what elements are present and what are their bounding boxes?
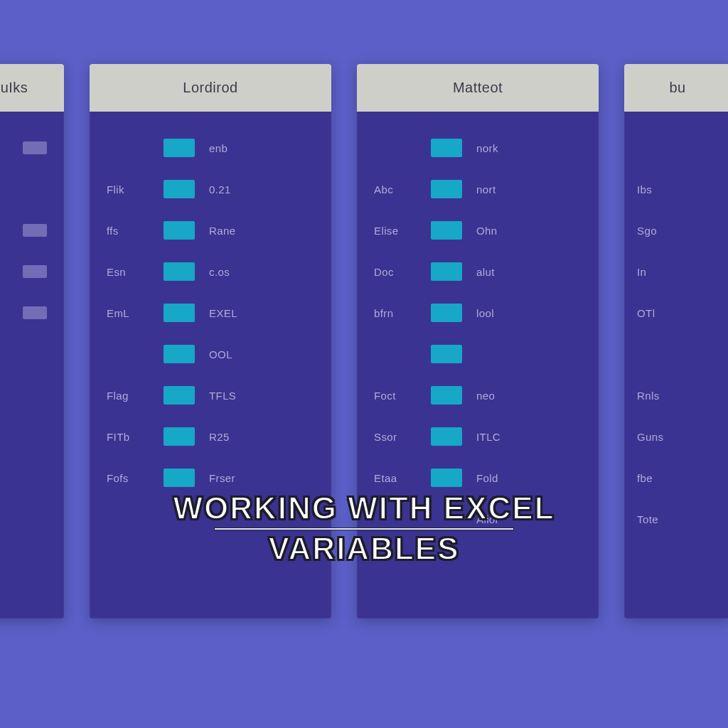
cell-label: Fofs	[107, 472, 149, 484]
cell-label: Rane	[209, 225, 246, 237]
cell-label: OOL	[209, 348, 246, 360]
panel-1-body: xsn ip oo aL sp	[0, 112, 64, 619]
value-chip	[431, 221, 462, 240]
value-chip	[23, 306, 47, 319]
cell-label: Ohn	[476, 225, 513, 237]
table-row: oo	[0, 251, 64, 292]
table-row: SsorITLC	[357, 416, 599, 457]
cell-label: ip	[0, 225, 10, 237]
panel-4-body: Ibs Sgo In OTl Rnls Guns fbe Tote	[624, 112, 728, 619]
cell-label: nort	[476, 183, 513, 196]
cell-label: oo	[0, 266, 10, 278]
cell-label: Elise	[374, 225, 417, 237]
value-chip	[23, 141, 47, 154]
value-chip	[164, 262, 195, 281]
panel-1-header: uIks	[0, 64, 64, 112]
panel-2-header: Lordirod	[90, 64, 331, 112]
cell-label: Fold	[476, 472, 513, 484]
value-chip	[164, 221, 195, 240]
table-row	[0, 168, 64, 210]
table-row	[624, 127, 728, 168]
cell-label: Foct	[374, 390, 417, 402]
cell-label: aL	[0, 307, 10, 319]
table-row: ffsRane	[90, 210, 331, 251]
table-row	[0, 457, 64, 498]
cell-label: Sgo	[637, 225, 670, 237]
cell-label: Rnls	[637, 390, 670, 402]
panel-3-header: Matteot	[357, 64, 599, 112]
title-line-2: Variables	[108, 531, 620, 566]
panel-4-header: bu	[624, 64, 728, 112]
value-chip	[431, 180, 462, 198]
cell-label: fbe	[637, 472, 670, 484]
cell-label: R25	[209, 431, 246, 443]
value-chip	[431, 345, 462, 363]
value-chip	[164, 386, 195, 405]
table-row: xsn	[0, 127, 64, 168]
value-chip	[164, 345, 195, 363]
title-divider	[215, 528, 513, 530]
value-chip	[164, 469, 195, 487]
cell-label: Flik	[107, 183, 149, 196]
cell-label: Guns	[637, 431, 670, 443]
table-row: Tote	[624, 498, 728, 540]
cell-label: EmL	[107, 307, 149, 319]
cell-label: xsn	[0, 142, 10, 154]
cell-label: Tote	[637, 513, 670, 525]
table-row: EliseOhn	[357, 210, 599, 251]
canvas: uIks xsn ip oo aL sp Lordirod enb Flik0.…	[0, 0, 728, 728]
table-row: FlagTFLS	[90, 375, 331, 416]
table-row	[0, 416, 64, 457]
value-chip	[164, 139, 195, 157]
cell-label: Flag	[107, 390, 149, 402]
value-chip	[431, 262, 462, 281]
table-row: OTl	[624, 292, 728, 333]
cell-label: Ssor	[374, 431, 417, 443]
table-row: aL	[0, 292, 64, 333]
cell-label: Doc	[374, 266, 417, 278]
value-chip	[164, 180, 195, 198]
table-row: Abcnort	[357, 168, 599, 210]
cell-label: nork	[476, 142, 513, 154]
table-row: EmLEXEL	[90, 292, 331, 333]
table-row: Guns	[624, 416, 728, 457]
cell-label: FITb	[107, 431, 149, 443]
cell-label: c.os	[209, 266, 246, 278]
cell-label: Ibs	[637, 183, 670, 196]
value-chip	[431, 139, 462, 157]
table-row: Sgo	[624, 210, 728, 251]
panel-1: uIks xsn ip oo aL sp	[0, 64, 64, 619]
value-chip	[164, 427, 195, 446]
table-row: Flik0.21	[90, 168, 331, 210]
cell-label: Esn	[107, 266, 149, 278]
cell-label: Etaa	[374, 472, 417, 484]
cell-label: Frser	[209, 472, 246, 484]
table-row: Esnc.os	[90, 251, 331, 292]
table-row: ip	[0, 210, 64, 251]
table-row: enb	[90, 127, 331, 168]
cell-label: alut	[476, 266, 513, 278]
cell-label: EXEL	[209, 307, 246, 319]
table-row	[0, 375, 64, 416]
table-row: Docalut	[357, 251, 599, 292]
cell-label: In	[637, 266, 670, 278]
value-chip	[23, 265, 47, 278]
value-chip	[431, 427, 462, 446]
table-row: Foctneo	[357, 375, 599, 416]
cell-label: bfrn	[374, 307, 417, 319]
table-row: bfrnlool	[357, 292, 599, 333]
table-row: OOL	[90, 333, 331, 375]
cell-label: ITLC	[476, 431, 513, 443]
cell-label: neo	[476, 390, 513, 402]
panel-4: bu Ibs Sgo In OTl Rnls Guns fbe Tote	[624, 64, 728, 619]
page-title: Working with Excel Variables	[108, 491, 620, 567]
table-row: Ibs	[624, 168, 728, 210]
table-row: fbe	[624, 457, 728, 498]
cell-label: TFLS	[209, 390, 246, 402]
cell-label: enb	[209, 142, 246, 154]
cell-label: OTl	[637, 307, 670, 319]
cell-label: lool	[476, 307, 513, 319]
cell-label: Abc	[374, 183, 417, 196]
table-row	[624, 333, 728, 375]
table-row	[0, 333, 64, 375]
